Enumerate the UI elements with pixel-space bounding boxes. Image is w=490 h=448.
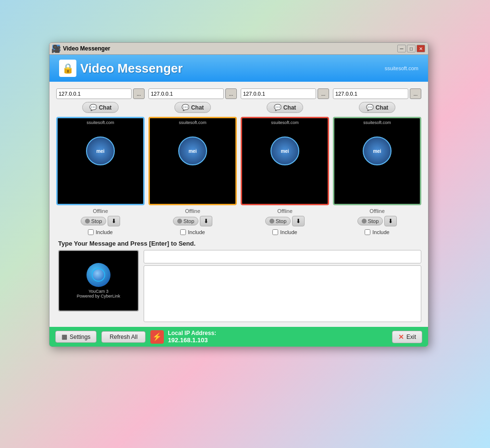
download-button-4[interactable]: ⬇ [384,216,397,226]
settings-button[interactable]: ▦ Settings [55,331,97,343]
site-label-3: ssuitesoft.com [271,120,299,125]
stop-icon-2 [177,219,182,224]
local-video-frame: YouCam 3 Powered by CyberLink [58,250,139,311]
download-button-1[interactable]: ⬇ [108,216,120,226]
browse-button-3[interactable]: ... [318,88,329,99]
include-row-4: Include [365,229,389,235]
message-section: Type Your Message and Press [Enter] to S… [56,240,421,322]
controls-row-3: Stop ⬇ [265,216,305,226]
stop-button-2[interactable]: Stop [173,217,199,225]
title-bar-buttons: ─ □ ✕ [397,45,425,52]
message-prompt: Type Your Message and Press [Enter] to S… [58,240,421,247]
ip-info: ⚡ Local IP Address: 192.168.1.103 [150,330,387,344]
download-button-3[interactable]: ⬇ [292,216,305,226]
include-checkbox-4[interactable] [365,229,370,235]
youcam-label: YouCam 3 [88,289,109,294]
stop-label-1: Stop [91,218,102,224]
title-bar: 🎥 Video Messenger ─ □ ✕ [49,43,428,55]
browse-button-4[interactable]: ... [410,88,421,99]
chat-icon-1: 💬 [89,104,97,111]
settings-label: Settings [70,334,90,340]
chat-button-4[interactable]: 💬 Chat [359,102,396,113]
video-frame-1: ssuitesoft.com mei [56,117,145,205]
browse-button-1[interactable]: ... [133,88,145,99]
bottom-area: YouCam 3 Powered by CyberLink [58,250,421,322]
ip-input-2[interactable] [148,88,224,99]
video-column-3: ... 💬 Chat ssuitesoft.com mei Offline [241,88,329,235]
header-title: Video Messenger [80,61,183,76]
status-3: Offline [277,208,293,214]
stop-icon-1 [85,219,90,224]
video-frame-3: ssuitesoft.com mei [241,117,329,205]
include-checkbox-3[interactable] [272,229,278,235]
include-checkbox-1[interactable] [88,229,94,235]
ip-row-2: ... [148,88,237,99]
maximize-button[interactable]: □ [407,45,416,52]
ip-input-3[interactable] [241,88,316,99]
video-logo-3: mei [270,137,299,165]
stop-icon-4 [362,219,367,224]
message-input[interactable] [144,250,421,263]
status-1: Offline [93,208,108,214]
stop-button-4[interactable]: Stop [357,217,383,225]
chat-icon-2: 💬 [182,104,189,111]
video-column-1: ... 💬 Chat ssuitesoft.com mei Offline [56,88,145,235]
header-band: 🔒 Video Messenger ssuitesoft.com [49,55,428,82]
ip-row-3: ... [241,88,329,99]
include-label-1: Include [96,229,112,235]
browse-button-2[interactable]: ... [225,88,237,99]
chat-label-3: Chat [283,104,296,111]
controls-row-2: Stop ⬇ [173,216,213,226]
chat-label-1: Chat [99,104,112,111]
stop-button-3[interactable]: Stop [265,217,291,225]
include-row-3: Include [272,229,297,235]
include-label-2: Include [188,229,205,235]
youcam-logo: YouCam 3 Powered by CyberLink [77,263,121,299]
main-content: ... 💬 Chat ssuitesoft.com mei Offline [49,82,428,327]
status-4: Offline [369,208,385,214]
header-website: ssuitesoft.com [385,65,418,71]
title-bar-icon: 🎥 [52,45,60,52]
download-button-2[interactable]: ⬇ [200,216,212,226]
message-area[interactable] [144,265,421,322]
chat-button-3[interactable]: 💬 Chat [267,102,304,113]
minimize-button[interactable]: ─ [397,45,406,52]
include-row-1: Include [88,229,112,235]
video-logo-1: mei [86,137,115,165]
video-frame-4: ssuitesoft.com mei [333,117,421,205]
youcam-icon [86,263,110,287]
ip-row-4: ... [333,88,421,99]
right-panel [144,250,421,322]
exit-label: Exit [406,334,416,340]
exit-button[interactable]: ✕ Exit [392,331,422,343]
include-checkbox-2[interactable] [180,229,186,235]
refresh-label: Refresh All [110,334,137,340]
video-logo-2: mei [178,137,207,165]
controls-row-1: Stop ⬇ [81,216,121,226]
ip-info-text: Local IP Address: 192.168.1.103 [168,330,216,344]
close-button[interactable]: ✕ [416,45,425,52]
header-left: 🔒 Video Messenger [59,60,183,77]
ip-input-4[interactable] [333,88,408,99]
include-label-3: Include [280,229,297,235]
chat-label-2: Chat [191,104,204,111]
footer-bar: ▦ Settings Refresh All ⚡ Local IP Addres… [49,327,428,347]
logo-text-2: mei [188,149,196,154]
ip-row-1: ... [56,88,145,99]
include-row-2: Include [180,229,205,235]
video-logo-4: mei [363,137,392,165]
settings-icon: ▦ [61,333,67,340]
ip-info-value: 192.168.1.103 [168,336,216,344]
ip-input-1[interactable] [56,88,132,99]
title-bar-text: Video Messenger [63,45,110,52]
refresh-button[interactable]: Refresh All [101,331,146,343]
chat-button-1[interactable]: 💬 Chat [82,102,119,113]
chat-button-2[interactable]: 💬 Chat [174,102,211,113]
video-column-4: ... 💬 Chat ssuitesoft.com mei Offline [333,88,421,235]
stop-button-1[interactable]: Stop [81,217,107,225]
include-label-4: Include [372,229,389,235]
youcam-sublabel: Powered by CyberLink [77,294,121,299]
site-label-2: ssuitesoft.com [179,120,207,125]
site-label-4: ssuitesoft.com [363,120,391,125]
logo-text-4: mei [373,149,381,154]
